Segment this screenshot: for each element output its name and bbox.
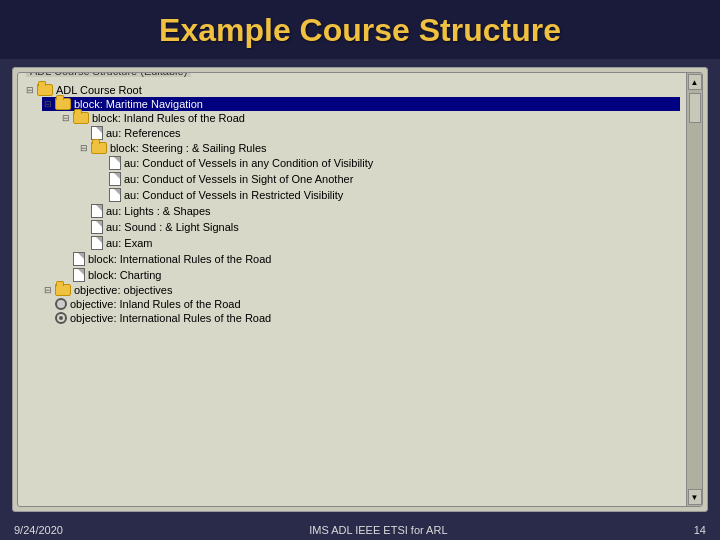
- doc-icon: [109, 188, 121, 202]
- folder-icon: [55, 284, 71, 296]
- doc-icon: [73, 252, 85, 266]
- footer-center: IMS ADL IEEE ETSI for ARL: [309, 524, 447, 536]
- tree-item[interactable]: ⊟block: Inland Rules of the Road: [60, 111, 680, 125]
- toggle-icon: [96, 189, 108, 201]
- footer-page: 14: [694, 524, 706, 536]
- toggle-icon: [78, 205, 90, 217]
- toggle-icon[interactable]: ⊟: [24, 84, 36, 96]
- tree-item[interactable]: objective: International Rules of the Ro…: [42, 311, 680, 325]
- panel: ADL Course Structure (Editable) ⊟ADL Cou…: [12, 67, 708, 512]
- tree-item-label: objective: International Rules of the Ro…: [70, 312, 271, 324]
- scroll-up-button[interactable]: ▲: [688, 74, 702, 90]
- toggle-icon: [78, 127, 90, 139]
- target2-icon: [55, 298, 67, 310]
- tree-item[interactable]: ⊟block: Maritime Navigation: [42, 97, 680, 111]
- tree-item-label: block: Steering : & Sailing Rules: [110, 142, 267, 154]
- folder-icon: [91, 142, 107, 154]
- panel-legend: ADL Course Structure (Editable): [26, 72, 191, 77]
- doc-icon: [109, 156, 121, 170]
- toggle-icon[interactable]: ⊟: [42, 98, 54, 110]
- tree-item[interactable]: ⊟ADL Course Root: [24, 83, 680, 97]
- scroll-down-button[interactable]: ▼: [688, 489, 702, 505]
- doc-icon: [109, 172, 121, 186]
- tree-item-label: au: Sound : & Light Signals: [106, 221, 239, 233]
- panel-border: ADL Course Structure (Editable) ⊟ADL Cou…: [17, 72, 703, 507]
- toggle-icon: [60, 253, 72, 265]
- tree-item-label: au: Lights : & Shapes: [106, 205, 211, 217]
- tree-item[interactable]: block: International Rules of the Road: [60, 251, 680, 267]
- target-icon: [55, 312, 67, 324]
- tree-item-label: au: References: [106, 127, 181, 139]
- doc-icon: [73, 268, 85, 282]
- slide: Example Course Structure ADL Course Stru…: [0, 0, 720, 540]
- doc-icon: [91, 220, 103, 234]
- tree-item-label: au: Conduct of Vessels in any Condition …: [124, 157, 373, 169]
- tree-item-label: au: Conduct of Vessels in Sight of One A…: [124, 173, 353, 185]
- tree-item[interactable]: au: Conduct of Vessels in Sight of One A…: [96, 171, 680, 187]
- tree-item-label: block: Maritime Navigation: [74, 98, 203, 110]
- tree-item[interactable]: au: Conduct of Vessels in Restricted Vis…: [96, 187, 680, 203]
- footer: 9/24/2020 IMS ADL IEEE ETSI for ARL 14: [0, 520, 720, 540]
- footer-date: 9/24/2020: [14, 524, 63, 536]
- tree-item[interactable]: au: References: [78, 125, 680, 141]
- toggle-icon: [42, 312, 54, 324]
- folder-icon: [37, 84, 53, 96]
- doc-icon: [91, 236, 103, 250]
- tree-item[interactable]: au: Sound : & Light Signals: [78, 219, 680, 235]
- tree-item[interactable]: objective: Inland Rules of the Road: [42, 297, 680, 311]
- toggle-icon: [78, 237, 90, 249]
- doc-icon: [91, 204, 103, 218]
- scrollbar[interactable]: ▲ ▼: [686, 73, 702, 506]
- tree-item-label: au: Exam: [106, 237, 152, 249]
- tree-item-label: au: Conduct of Vessels in Restricted Vis…: [124, 189, 343, 201]
- toggle-icon: [60, 269, 72, 281]
- toggle-icon: [42, 298, 54, 310]
- tree-item[interactable]: au: Exam: [78, 235, 680, 251]
- folder-icon: [73, 112, 89, 124]
- toggle-icon[interactable]: ⊟: [78, 142, 90, 154]
- toggle-icon: [96, 173, 108, 185]
- toggle-icon: [78, 221, 90, 233]
- toggle-icon: [96, 157, 108, 169]
- tree-item-label: block: Charting: [88, 269, 161, 281]
- tree-item[interactable]: ⊟objective: objectives: [42, 283, 680, 297]
- scroll-thumb[interactable]: [689, 93, 701, 123]
- doc-icon: [91, 126, 103, 140]
- tree-item-label: objective: Inland Rules of the Road: [70, 298, 241, 310]
- tree-item-label: objective: objectives: [74, 284, 172, 296]
- tree-item-label: block: International Rules of the Road: [88, 253, 271, 265]
- tree-item-label: ADL Course Root: [56, 84, 142, 96]
- toggle-icon[interactable]: ⊟: [60, 112, 72, 124]
- title-bar: Example Course Structure: [0, 0, 720, 59]
- tree-item[interactable]: au: Lights : & Shapes: [78, 203, 680, 219]
- tree-area: ⊟ADL Course Root⊟block: Maritime Navigat…: [18, 73, 686, 506]
- slide-title: Example Course Structure: [159, 12, 561, 48]
- tree-item[interactable]: block: Charting: [60, 267, 680, 283]
- folder-icon: [55, 98, 71, 110]
- tree-item-label: block: Inland Rules of the Road: [92, 112, 245, 124]
- toggle-icon[interactable]: ⊟: [42, 284, 54, 296]
- tree-item[interactable]: au: Conduct of Vessels in any Condition …: [96, 155, 680, 171]
- content-area: ADL Course Structure (Editable) ⊟ADL Cou…: [0, 59, 720, 520]
- tree-item[interactable]: ⊟block: Steering : & Sailing Rules: [78, 141, 680, 155]
